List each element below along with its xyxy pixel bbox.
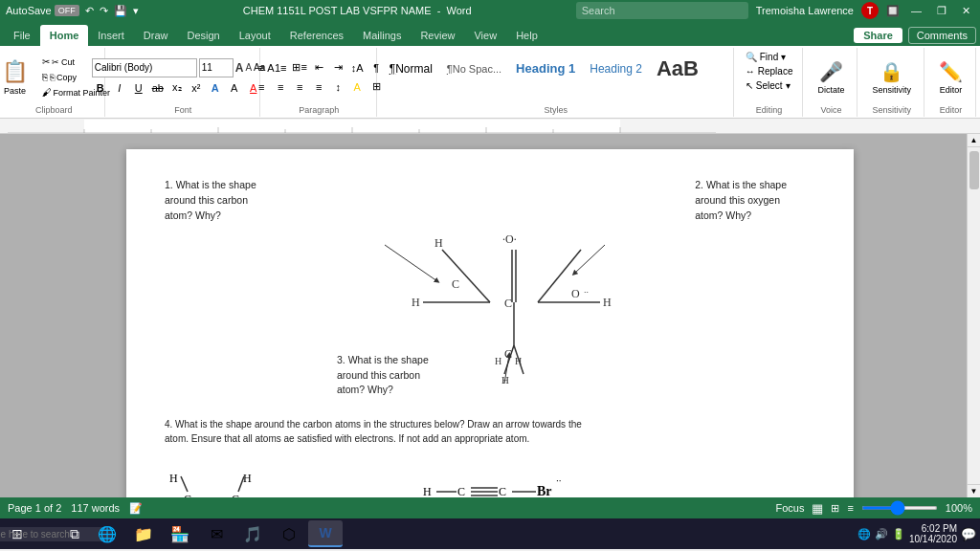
tab-insert[interactable]: Insert — [88, 25, 134, 46]
select-dropdown-icon[interactable]: ▾ — [786, 80, 791, 91]
align-right-btn[interactable]: ≡ — [291, 78, 308, 96]
autosave-state[interactable]: OFF — [55, 5, 79, 16]
taskbar-store[interactable]: 🏪 — [163, 520, 197, 547]
close-btn[interactable]: ✕ — [958, 5, 974, 17]
time-display[interactable]: 6:02 PM 10/14/2020 — [909, 523, 957, 544]
status-bar: Page 1 of 2 117 words 📝 Focus ▦ ⊞ ≡ 100% — [0, 497, 980, 518]
line-spacing-btn[interactable]: ↕ — [329, 78, 346, 96]
align-center-btn[interactable]: ≡ — [272, 78, 289, 96]
style-heading1[interactable]: Heading 1 — [509, 50, 582, 88]
autosave-toggle[interactable]: AutoSave OFF — [6, 5, 79, 16]
style-normal[interactable]: ¶ Normal — [383, 50, 439, 88]
molecule-section: 1. What is the shapearound this carbonat… — [165, 168, 815, 398]
redo-btn[interactable]: ↷ — [100, 5, 108, 17]
svg-text:H: H — [169, 472, 178, 485]
tab-mailings[interactable]: Mailings — [353, 25, 411, 46]
style-title[interactable]: AaB — [650, 50, 705, 88]
scroll-up-btn[interactable]: ▲ — [968, 134, 981, 147]
document-container[interactable]: 1. What is the shapearound this carbonat… — [0, 134, 980, 497]
numbering-btn[interactable]: 1≡ — [272, 59, 289, 77]
paste-button[interactable]: 📋 Paste — [0, 51, 36, 104]
align-left-btn[interactable]: ≡ — [253, 78, 270, 96]
minimize-btn[interactable]: — — [907, 5, 925, 16]
underline-button[interactable]: U — [130, 79, 147, 97]
font-size-input[interactable] — [199, 58, 234, 77]
scroll-down-btn[interactable]: ▼ — [968, 484, 981, 497]
bold-button[interactable]: B — [92, 79, 109, 97]
style-heading2[interactable]: Heading 2 — [583, 50, 649, 88]
search-taskbar-btn[interactable] — [33, 520, 59, 547]
save-btn[interactable]: 💾 — [114, 5, 127, 17]
taskbar-chrome[interactable]: ⬡ — [272, 520, 306, 547]
shading-btn[interactable]: A — [348, 78, 366, 96]
font-grow-icon[interactable]: A — [235, 61, 244, 75]
view-web-btn[interactable]: ⊞ — [831, 502, 839, 515]
restore-btn[interactable]: ❐ — [933, 5, 950, 17]
system-tray: 🌐 🔊 🔋 6:02 PM 10/14/2020 💬 — [858, 523, 976, 544]
find-icon: 🔍 — [746, 52, 757, 62]
title-bar-left: AutoSave OFF ↶ ↷ 💾 ▾ — [6, 5, 139, 17]
share-button[interactable]: Share — [854, 28, 902, 43]
decrease-indent-btn[interactable]: ⇤ — [310, 59, 327, 77]
tab-home[interactable]: Home — [40, 25, 89, 46]
proofing-icon[interactable]: 📝 — [129, 502, 143, 515]
task-view-btn[interactable]: ⧉ — [61, 520, 88, 547]
replace-button[interactable]: ↔ Replace — [742, 64, 797, 78]
document-title: CHEM 1151L POST LAB VSFPR NAME - Word — [139, 5, 576, 16]
italic-button[interactable]: I — [111, 79, 128, 97]
font-label: Font — [174, 105, 191, 115]
bullets-btn[interactable]: ≡ — [253, 59, 270, 77]
clipboard-label: Clipboard — [35, 105, 73, 115]
style-subtitle[interactable]: AaBbCcU — [383, 89, 442, 103]
taskbar-mail[interactable]: ✉ — [199, 520, 234, 547]
taskbar-explorer[interactable]: 📁 — [126, 520, 161, 547]
tab-help[interactable]: Help — [506, 25, 547, 46]
vertical-scrollbar[interactable]: ▲ ▼ — [967, 134, 980, 497]
ribbon-display-btn[interactable]: 🔲 — [886, 5, 900, 17]
justify-btn[interactable]: ≡ — [310, 78, 327, 96]
tab-file[interactable]: File — [4, 25, 40, 46]
dictate-button[interactable]: 🎤 Dictate — [811, 50, 851, 105]
sensitivity-button[interactable]: 🔒 Sensitivity — [865, 50, 918, 105]
tab-view[interactable]: View — [464, 25, 506, 46]
superscript-button[interactable]: x² — [188, 79, 205, 97]
undo-btn[interactable]: ↶ — [85, 5, 94, 17]
find-dropdown-icon[interactable]: ▾ — [781, 52, 786, 62]
font-name-input[interactable] — [92, 58, 197, 77]
tab-draw[interactable]: Draw — [134, 25, 178, 46]
find-button[interactable]: 🔍 Find ▾ — [742, 50, 797, 64]
focus-btn[interactable]: Focus — [775, 502, 804, 514]
scroll-thumb[interactable] — [969, 151, 979, 189]
comments-button[interactable]: Comments — [908, 27, 976, 44]
network-icon[interactable]: 🌐 — [858, 528, 871, 540]
strikethrough-button[interactable]: ab — [149, 79, 167, 97]
svg-text:H: H — [603, 296, 612, 309]
editor-button[interactable]: ✏️ Editor — [932, 50, 969, 105]
select-button[interactable]: ↖ Select ▾ — [742, 78, 797, 93]
subscript-button[interactable]: x₂ — [168, 79, 186, 97]
title-search[interactable] — [576, 2, 748, 19]
taskbar-word[interactable]: W — [308, 520, 343, 547]
taskbar-edge[interactable]: 🌐 — [90, 520, 124, 547]
style-subtle-em[interactable]: Subtle Em... — [443, 89, 508, 103]
sort-btn[interactable]: ↕A — [348, 59, 366, 77]
editor-group: ✏️ Editor Editor — [926, 48, 976, 117]
view-read-btn[interactable]: ≡ — [847, 502, 853, 514]
taskbar-music[interactable]: 🎵 — [235, 520, 270, 547]
tab-design[interactable]: Design — [177, 25, 229, 46]
multilevel-btn[interactable]: ⊞≡ — [291, 59, 308, 77]
tab-layout[interactable]: Layout — [230, 25, 280, 46]
style-nospace[interactable]: ¶ No Spac... — [440, 50, 508, 88]
font-shrink-icon[interactable]: A — [245, 62, 252, 73]
notification-btn[interactable]: 💬 — [961, 527, 976, 541]
text-highlight-btn[interactable]: A — [226, 79, 243, 97]
ruler — [0, 119, 980, 134]
tab-review[interactable]: Review — [411, 25, 464, 46]
view-print-btn[interactable]: ▦ — [812, 501, 823, 516]
volume-icon[interactable]: 🔊 — [875, 528, 888, 540]
zoom-slider[interactable] — [861, 506, 938, 510]
text-effect-btn[interactable]: A — [207, 79, 224, 97]
increase-indent-btn[interactable]: ⇥ — [329, 59, 346, 77]
tab-references[interactable]: References — [280, 25, 353, 46]
paragraph-label: Paragraph — [299, 105, 339, 115]
